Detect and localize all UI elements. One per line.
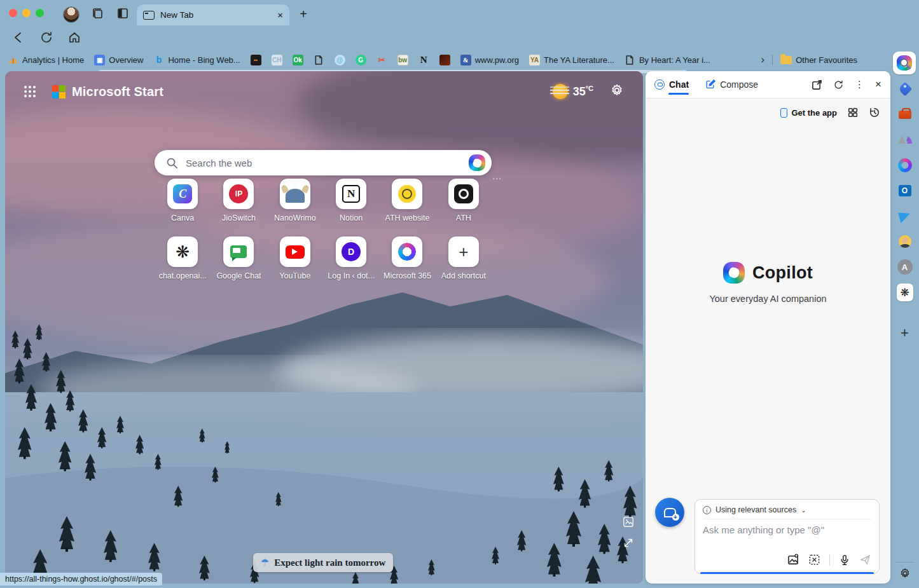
home-icon[interactable] xyxy=(67,31,81,44)
close-window-button[interactable] xyxy=(9,9,17,17)
new-tab-button[interactable]: + xyxy=(296,7,311,22)
shortcut-notion[interactable]: N Notion xyxy=(323,179,379,222)
panel-kebab-icon[interactable]: ⋮ xyxy=(855,79,864,90)
bookmark-label: Overview xyxy=(109,55,143,65)
copilot-search-icon[interactable] xyxy=(469,154,485,171)
send-icon[interactable] xyxy=(859,554,871,566)
shortcut-nanowrimo[interactable]: NanoWrimo xyxy=(267,179,323,222)
sidebar-a-site-icon[interactable]: A xyxy=(897,259,913,275)
sidebar-settings-gear-icon[interactable] xyxy=(897,565,913,582)
favicon-grammarly: G xyxy=(356,55,366,65)
bookmark-favicon-13[interactable] xyxy=(439,55,450,65)
open-in-window-icon[interactable] xyxy=(812,79,822,90)
background-image-info-icon[interactable] xyxy=(623,516,634,530)
tab-compose[interactable]: Compose xyxy=(705,71,758,98)
shortcut-jioswitch[interactable]: IP JioSwitch xyxy=(211,179,266,222)
bookmark-favicon-9[interactable]: G xyxy=(356,55,366,65)
shortcut-login-dot[interactable]: D Log In ‹ dot... xyxy=(323,236,379,280)
sidebar-microsoft365-icon[interactable] xyxy=(897,157,913,174)
bookmark-favicon-6[interactable]: Ok xyxy=(293,55,303,65)
microsoft-365-icon xyxy=(398,243,416,261)
web-search-bar[interactable] xyxy=(155,150,492,175)
shortcut-ath[interactable]: ... ATH xyxy=(436,179,492,222)
bookmark-byheart[interactable]: By Heart: A Year i... xyxy=(625,55,710,65)
browser-tab-new-tab[interactable]: New Tab × xyxy=(137,4,289,25)
shortcut-context-menu-dots[interactable]: ... xyxy=(492,171,502,181)
start-settings-gear-icon[interactable] xyxy=(610,83,624,100)
shortcut-google-chat[interactable]: Google Chat xyxy=(211,236,266,280)
bookmark-favicon-7[interactable] xyxy=(314,55,324,65)
weather-notice[interactable]: ☂ Expect light rain tomorrow xyxy=(253,553,393,572)
sidebar-search-icon[interactable] xyxy=(897,55,913,72)
shortcut-microsoft-365[interactable]: Microsoft 365 xyxy=(379,236,435,280)
bookmark-bing[interactable]: b Home - Bing Web... xyxy=(153,55,240,65)
tab-chat[interactable]: Chat xyxy=(654,71,689,98)
plugins-grid-icon[interactable] xyxy=(847,107,859,118)
sidebar-shopping-icon[interactable] xyxy=(897,81,913,97)
copilot-subheader: Get the app xyxy=(646,99,890,126)
sidebar-outlook-icon[interactable]: O xyxy=(897,182,913,199)
info-icon: i xyxy=(703,506,711,514)
get-the-app-label: Get the app xyxy=(791,108,837,118)
minimize-window-button[interactable] xyxy=(22,9,31,17)
copilot-prompt-input[interactable] xyxy=(703,524,871,535)
bookmark-favicon-5[interactable]: CH xyxy=(272,55,282,65)
panel-close-icon[interactable]: × xyxy=(875,78,881,91)
refresh-chat-icon[interactable] xyxy=(833,79,844,90)
workspaces-icon[interactable] xyxy=(90,6,104,20)
sources-selector[interactable]: i Using relevant sources ⌄ xyxy=(703,505,871,519)
refresh-icon[interactable] xyxy=(39,31,53,44)
web-search-input[interactable] xyxy=(186,158,461,168)
tab-actions-icon[interactable] xyxy=(116,6,130,20)
app-launcher-icon[interactable] xyxy=(24,86,36,97)
get-the-app-button[interactable]: Get the app xyxy=(780,108,837,118)
bookmark-ya[interactable]: YA The YA Literature... xyxy=(529,55,614,65)
screenshot-icon[interactable] xyxy=(808,554,820,566)
bookmark-favicon-12[interactable]: N xyxy=(418,55,429,65)
sidebar-chatgpt-icon[interactable]: ❋ xyxy=(897,284,913,301)
sidebar-games-icon[interactable]: ♟♞ xyxy=(897,132,913,148)
add-image-icon[interactable] xyxy=(787,554,799,566)
copilot-input-box[interactable]: i Using relevant sources ⌄ xyxy=(694,499,880,574)
history-icon[interactable] xyxy=(869,107,880,118)
shortcut-canva[interactable]: C Canva xyxy=(155,179,211,222)
fullscreen-expand-icon[interactable] xyxy=(623,537,634,551)
bookmark-favicon-4[interactable]: ▪▪ xyxy=(251,55,261,65)
shortcut-label: YouTube xyxy=(279,271,310,280)
bookmark-favicon-8[interactable]: @ xyxy=(335,55,345,65)
shortcut-label: ATH xyxy=(456,214,471,222)
weather-widget[interactable]: 35°C xyxy=(553,84,593,99)
new-topic-button[interactable] xyxy=(655,498,684,527)
bookmark-favicon-10[interactable]: ✂ xyxy=(377,55,387,65)
bookmark-overview[interactable]: ▣ Overview xyxy=(94,55,143,65)
shortcut-chat-openai[interactable]: ❋ chat.openai... xyxy=(155,236,211,280)
tab-chat-label: Chat xyxy=(669,79,689,90)
sidebar-tools-icon[interactable] xyxy=(897,106,913,123)
page-favicon xyxy=(625,55,635,65)
maximize-window-button[interactable] xyxy=(36,9,44,17)
sidebar-drop-icon[interactable] xyxy=(897,208,913,224)
shortcuts-grid: C Canva IP JioSwitch NanoWrimo N Notion … xyxy=(155,179,492,280)
bookmark-pw[interactable]: & www.pw.org xyxy=(460,55,519,65)
bookmarks-overflow-chevron[interactable]: › xyxy=(761,53,765,66)
sidebar-add-icon[interactable]: + xyxy=(897,325,913,341)
lightbulb-icon xyxy=(398,185,416,203)
profile-avatar[interactable] xyxy=(63,6,79,23)
bookmarks-bar: Analytics | Home ▣ Overview b Home - Bin… xyxy=(0,50,890,70)
microsoft-logo xyxy=(52,85,66,99)
favicon-bw: bw xyxy=(397,55,408,65)
shortcut-youtube[interactable]: YouTube xyxy=(267,236,323,280)
tab-close-icon[interactable]: × xyxy=(277,10,283,20)
other-favourites[interactable]: Other Favourites xyxy=(780,55,857,65)
add-shortcut-button[interactable]: + Add shortcut xyxy=(436,236,492,280)
back-icon[interactable] xyxy=(11,31,25,44)
folder-icon xyxy=(780,56,792,64)
copilot-branding: Copilot Your everyday AI companion xyxy=(646,262,890,304)
toolbar: c G ⋯ xyxy=(0,25,919,50)
sidebar-person-icon[interactable] xyxy=(897,233,913,250)
shortcut-ath-website[interactable]: ATH website xyxy=(379,179,435,222)
start-brand[interactable]: Microsoft Start xyxy=(72,85,163,99)
bookmark-analytics[interactable]: Analytics | Home xyxy=(8,55,84,65)
bookmark-favicon-11[interactable]: bw xyxy=(397,55,408,65)
microphone-icon[interactable] xyxy=(839,554,850,566)
